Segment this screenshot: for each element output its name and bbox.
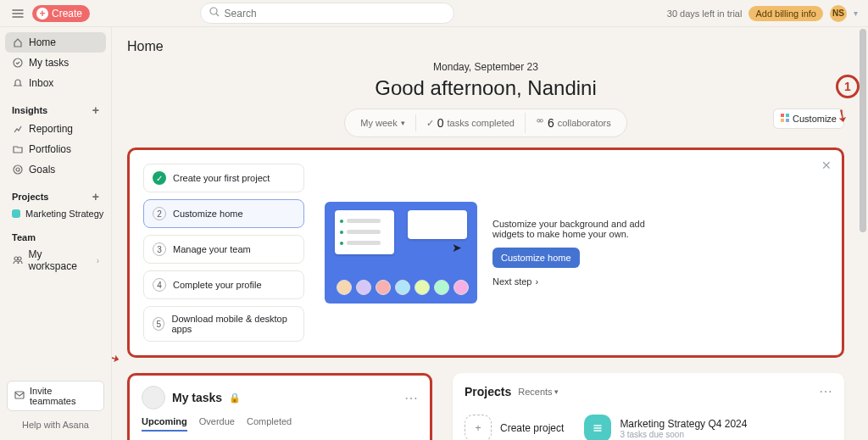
customize-home-button[interactable]: Customize home [492, 248, 580, 268]
mytasks-widget: My tasks 🔒 ⋯ Upcoming Overdue Completed … [127, 373, 432, 440]
invite-label: Invite teammates [30, 386, 97, 406]
sidebar-item-inbox[interactable]: Inbox [5, 73, 106, 93]
week-selector[interactable]: My week ▾ [350, 114, 415, 131]
onboarding-step-1[interactable]: ✓Create your first project [143, 164, 304, 192]
user-avatar[interactable]: NS [830, 5, 847, 22]
onboarding-step-5[interactable]: 5Download mobile & desktop apps [143, 306, 304, 342]
svg-point-1 [14, 58, 22, 67]
step-number: 5 [153, 317, 164, 331]
annotation-2-arrow: ➘ [112, 345, 124, 370]
kebab-icon[interactable]: ⋯ [819, 383, 832, 399]
summary-pill: My week ▾ ✓ 0 tasks completed 6 collabor… [344, 109, 626, 137]
create-label: Create [52, 8, 82, 19]
sidebar-item-workspace[interactable]: My workspace › [5, 244, 106, 276]
user-avatar-icon [142, 386, 165, 409]
plus-icon: + [465, 415, 492, 440]
nav-label: Goals [29, 164, 55, 175]
recents-selector[interactable]: Recents ▾ [518, 387, 558, 397]
chevron-down-icon: ▾ [554, 387, 559, 396]
search-input-wrap[interactable] [200, 3, 454, 24]
trial-text: 30 days left in trial [667, 8, 743, 19]
help-link[interactable]: Help with Asana [5, 416, 106, 433]
scrollbar[interactable] [860, 29, 866, 232]
svg-point-7 [537, 120, 540, 122]
nav-label: Inbox [29, 77, 53, 89]
onboarding-step-3[interactable]: 3Manage your team [143, 235, 304, 264]
chevron-right-icon: › [535, 276, 538, 287]
tab-upcoming[interactable]: Upcoming [142, 416, 187, 432]
svg-point-5 [18, 257, 21, 260]
svg-rect-10 [786, 114, 789, 117]
hamburger-icon[interactable] [10, 6, 25, 21]
target-icon [12, 164, 24, 175]
search-input[interactable] [225, 8, 445, 19]
people-icon [12, 254, 24, 266]
check-circle-icon [12, 57, 24, 69]
sidebar-item-goals[interactable]: Goals [5, 159, 106, 180]
create-project-button[interactable]: + Create project [465, 415, 564, 440]
next-step-link[interactable]: Next step › [492, 276, 654, 287]
svg-point-3 [16, 168, 19, 171]
page-title: Home [127, 39, 844, 54]
sidebar-item-portfolios[interactable]: Portfolios [5, 139, 106, 159]
nav-label: Home [29, 36, 56, 48]
greeting-text: Good afternoon, Nandini [127, 76, 844, 100]
tab-overdue[interactable]: Overdue [199, 416, 235, 432]
chevron-right-icon: › [97, 256, 99, 265]
project-name: Marketing Strategy Q4 2024 [620, 418, 747, 430]
project-name: Marketing Strategy Q4 2… [25, 209, 106, 219]
lock-icon: 🔒 [229, 393, 241, 404]
chart-icon [12, 123, 24, 135]
list-icon [584, 415, 611, 440]
sidebar-project-item[interactable]: Marketing Strategy Q4 2… [5, 205, 106, 222]
projects-title: Projects [465, 385, 511, 398]
onboarding-step-4[interactable]: 4Complete your profile [143, 270, 304, 299]
sidebar-item-mytasks[interactable]: My tasks [5, 53, 106, 73]
create-task-button[interactable]: + Create task [142, 437, 418, 440]
sidebar-item-home[interactable]: Home [5, 32, 106, 53]
svg-point-8 [540, 120, 542, 122]
step-number: 3 [153, 242, 166, 256]
onboarding-description: Customize your background and add widget… [492, 219, 654, 239]
mail-icon [14, 390, 25, 402]
people-icon [536, 118, 544, 128]
check-icon: ✓ [153, 171, 166, 185]
onboarding-card: ✕ ✓Create your first project 2Customize … [127, 148, 844, 358]
search-icon [209, 7, 220, 19]
project-subtitle: 3 tasks due soon [620, 430, 747, 439]
sidebar-section-projects: Projects + [5, 185, 106, 205]
plus-icon[interactable]: + [92, 103, 99, 117]
project-color-icon [12, 209, 20, 218]
chevron-down-icon[interactable]: ▾ [854, 8, 858, 18]
sidebar-section-insights: Insights + [5, 98, 106, 119]
sidebar-section-team: Team [5, 227, 106, 244]
svg-point-0 [210, 8, 217, 14]
create-button[interactable]: + Create [32, 5, 90, 22]
add-billing-button[interactable]: Add billing info [748, 6, 823, 21]
collaborators-stat: 6 collaborators [526, 113, 621, 133]
onboarding-step-2[interactable]: 2Customize home [143, 199, 304, 228]
project-card[interactable]: Marketing Strategy Q4 2024 3 tasks due s… [584, 415, 747, 440]
nav-label: Portfolios [29, 143, 71, 155]
home-icon [12, 36, 24, 48]
check-icon: ✓ [426, 118, 434, 129]
close-icon[interactable]: ✕ [821, 159, 832, 172]
sidebar-item-reporting[interactable]: Reporting [5, 119, 106, 139]
mytasks-title: My tasks [172, 391, 222, 404]
chevron-down-icon: ▾ [401, 119, 405, 127]
plus-icon[interactable]: + [92, 190, 99, 203]
annotation-1-marker: 1 [836, 75, 860, 98]
svg-rect-12 [786, 119, 789, 122]
folder-icon [12, 143, 24, 155]
svg-rect-9 [781, 114, 784, 117]
cursor-icon: ➤ [452, 241, 462, 254]
svg-rect-11 [781, 119, 784, 122]
svg-point-2 [14, 165, 22, 174]
step-number: 2 [153, 207, 166, 220]
kebab-icon[interactable]: ⋯ [404, 390, 418, 406]
grid-icon [781, 114, 789, 124]
invite-teammates-button[interactable]: Invite teammates [7, 381, 104, 411]
nav-label: My workspace [29, 248, 92, 272]
bell-icon [12, 77, 24, 89]
tab-completed[interactable]: Completed [247, 416, 292, 432]
